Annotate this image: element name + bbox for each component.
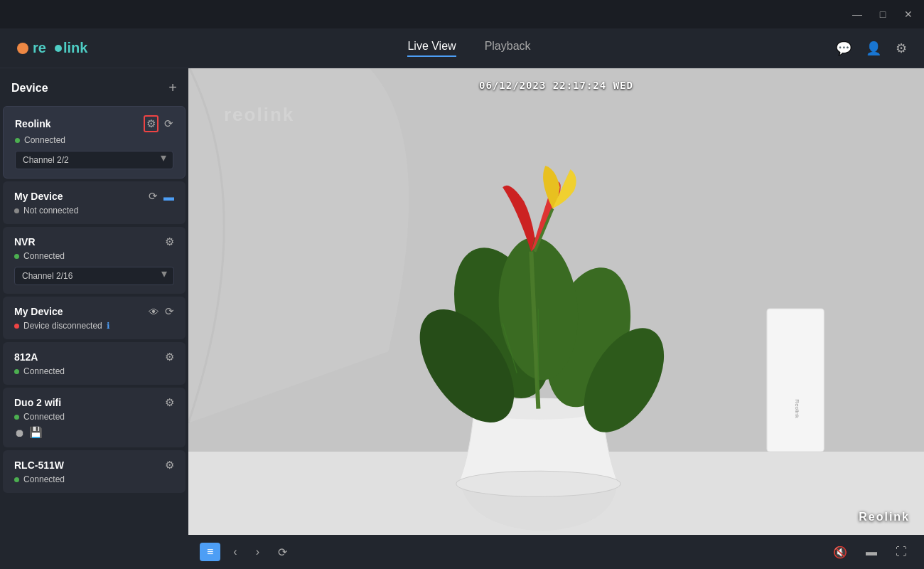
- sidebar-header: Device +: [0, 68, 188, 105]
- refresh-icon-my-device-2[interactable]: ⟳: [165, 305, 174, 318]
- next-button[interactable]: ›: [250, 543, 265, 561]
- device-name-nvr: NVR: [14, 236, 36, 248]
- device-row-812a: 812A ⚙: [14, 351, 174, 363]
- gear-icon-812a[interactable]: ⚙: [165, 351, 174, 363]
- status-text-reolink: Connected: [24, 135, 65, 145]
- status-dot-812a: [14, 369, 19, 374]
- add-device-button[interactable]: +: [168, 80, 177, 96]
- status-row-reolink: Connected: [15, 135, 173, 145]
- svg-point-10: [456, 471, 621, 496]
- device-icons-rlc511w: ⚙: [165, 459, 174, 472]
- eye-icon-my-device-2[interactable]: 👁: [149, 306, 159, 318]
- toolbar-right: 🔇 ▬ ⛶: [827, 543, 913, 562]
- chat-icon[interactable]: 💬: [836, 41, 852, 56]
- gear-icon-nvr[interactable]: ⚙: [165, 235, 174, 248]
- storage-icon-duo2wifi[interactable]: 💾: [29, 426, 43, 439]
- minimize-button[interactable]: —: [850, 7, 864, 21]
- device-item-nvr: NVR ⚙ Connected Channel 2/16: [3, 227, 186, 294]
- main: Device + Reolink ⚙ ⟳ Connected Channel 2…: [0, 68, 924, 569]
- logo-svg: re link: [17, 37, 102, 60]
- maximize-button[interactable]: □: [876, 7, 890, 21]
- fullscreen-button[interactable]: ⛶: [890, 543, 913, 561]
- svg-point-2: [55, 45, 62, 52]
- list-view-button[interactable]: ≡: [200, 543, 220, 561]
- device-name-my-device-2: My Device: [14, 306, 63, 317]
- status-row-my-device-2: Device disconnected ℹ: [14, 321, 174, 331]
- device-icons-my-device-2: 👁 ⟳: [149, 305, 174, 318]
- logo: re link: [17, 37, 102, 60]
- video-scene: Reolink: [188, 68, 924, 535]
- nav-tabs: Live View Playback: [407, 40, 530, 57]
- close-button[interactable]: ✕: [901, 7, 915, 21]
- sidebar: Device + Reolink ⚙ ⟳ Connected Channel 2…: [0, 68, 188, 569]
- device-name-my-device-1: My Device: [14, 191, 63, 202]
- content: Reolink: [188, 68, 924, 569]
- status-row-812a: Connected: [14, 366, 174, 376]
- status-text-rlc511w: Connected: [23, 474, 65, 484]
- status-text-my-device-2: Device disconnected: [23, 321, 102, 331]
- screen-icon-my-device-1[interactable]: ▬: [163, 191, 174, 203]
- gear-icon-rlc511w[interactable]: ⚙: [165, 459, 174, 472]
- device-name-duo2wifi: Duo 2 wifi: [14, 397, 61, 408]
- device-row-my-device-1: My Device ⟳ ▬: [14, 190, 174, 203]
- settings-icon[interactable]: ⚙: [896, 41, 907, 56]
- sidebar-title: Device: [11, 82, 48, 95]
- tab-playback[interactable]: Playback: [485, 40, 531, 57]
- device-icons-nvr: ⚙: [165, 235, 174, 248]
- status-text-812a: Connected: [23, 366, 65, 376]
- header-icons: 💬 👤 ⚙: [836, 41, 907, 56]
- device-icons-duo2wifi: ⚙: [165, 396, 174, 409]
- toggle-icon-duo2wifi[interactable]: ⏺: [14, 427, 25, 439]
- device-icons-812a: ⚙: [165, 351, 174, 363]
- svg-text:re: re: [33, 40, 46, 55]
- channel-select-reolink[interactable]: Channel 2/2: [15, 151, 173, 169]
- device-icons-reolink: ⚙ ⟳: [144, 115, 173, 132]
- refresh-view-button[interactable]: ⟳: [272, 543, 293, 562]
- volume-button[interactable]: 🔇: [827, 543, 853, 562]
- device-row-my-device-2: My Device 👁 ⟳: [14, 305, 174, 318]
- svg-text:Reolink: Reolink: [794, 399, 800, 419]
- status-dot-duo2wifi: [14, 415, 19, 420]
- prev-button[interactable]: ‹: [227, 543, 242, 561]
- status-text-duo2wifi: Connected: [23, 412, 65, 422]
- device-name-rlc511w: RLC-511W: [14, 459, 64, 471]
- video-timestamp: 06/12/2023 22:17:24 WED: [479, 80, 633, 91]
- toolbar-left: ≡ ‹ › ⟳: [200, 543, 293, 562]
- status-dot-my-device-2: [14, 324, 19, 329]
- device-name-812a: 812A: [14, 351, 38, 363]
- device-item-rlc511w: RLC-511W ⚙ Connected: [3, 450, 186, 493]
- info-icon-my-device-2[interactable]: ℹ: [107, 321, 110, 331]
- status-text-my-device-1: Not connected: [23, 206, 78, 216]
- status-dot-rlc511w: [14, 477, 19, 482]
- gear-icon-reolink[interactable]: ⚙: [144, 115, 159, 132]
- device-item-my-device-2: My Device 👁 ⟳ Device disconnected ℹ: [3, 297, 186, 339]
- device-name-reolink: Reolink: [15, 118, 51, 129]
- header: re link Live View Playback 💬 👤 ⚙: [0, 28, 924, 68]
- titlebar: — □ ✕: [0, 0, 924, 28]
- svg-rect-6: [767, 309, 824, 452]
- video-area: Reolink: [188, 68, 924, 535]
- channel-select-nvr[interactable]: Channel 2/16: [14, 267, 174, 285]
- refresh-icon-reolink[interactable]: ⟳: [164, 117, 173, 130]
- refresh-icon-my-device-1[interactable]: ⟳: [149, 190, 158, 203]
- device-item-duo2wifi: Duo 2 wifi ⚙ Connected ⏺ 💾: [3, 388, 186, 447]
- device-row-nvr: NVR ⚙: [14, 235, 174, 248]
- svg-point-0: [17, 43, 28, 54]
- account-icon[interactable]: 👤: [866, 41, 881, 56]
- watermark-logo: reolink: [224, 104, 294, 126]
- device-extra-icons-duo2wifi: ⏺ 💾: [14, 426, 174, 439]
- screen-mode-button[interactable]: ▬: [860, 543, 883, 561]
- gear-icon-duo2wifi[interactable]: ⚙: [165, 396, 174, 409]
- svg-text:link: link: [63, 40, 88, 55]
- channel-wrapper-nvr: Channel 2/16: [14, 261, 174, 285]
- status-row-rlc511w: Connected: [14, 474, 174, 484]
- tab-live-view[interactable]: Live View: [407, 40, 456, 57]
- status-dot-my-device-1: [14, 208, 19, 213]
- device-row-reolink: Reolink ⚙ ⟳: [15, 115, 173, 132]
- status-row-duo2wifi: Connected: [14, 412, 174, 422]
- device-row-rlc511w: RLC-511W ⚙: [14, 459, 174, 472]
- status-text-nvr: Connected: [23, 251, 65, 261]
- video-toolbar: ≡ ‹ › ⟳ 🔇 ▬ ⛶: [188, 535, 924, 569]
- device-item-812a: 812A ⚙ Connected: [3, 342, 186, 385]
- status-dot-reolink: [15, 138, 20, 143]
